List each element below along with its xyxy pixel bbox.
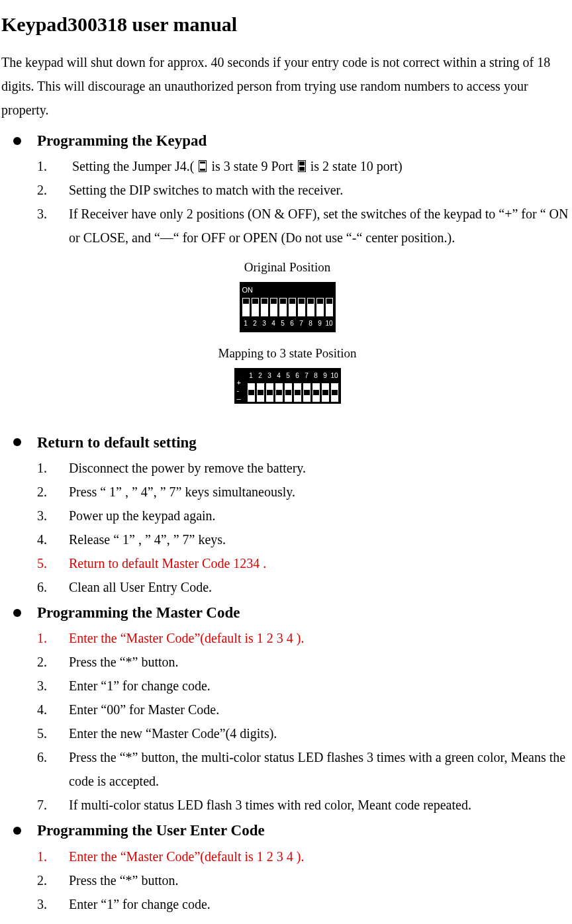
- dip-number: 7: [303, 370, 310, 382]
- dip-switch: [331, 383, 338, 402]
- intro-paragraph: The keypad will shut down for approx. 40…: [1, 50, 572, 122]
- bullet-icon: [13, 137, 21, 145]
- dip-number: 3: [266, 370, 273, 382]
- dip-number: 2: [252, 318, 259, 330]
- two-state-jumper-icon: [298, 160, 306, 172]
- list-item: Setting the Jumper J4.( is 3 state 9 Por…: [1, 154, 572, 178]
- dip-switch: [307, 298, 314, 316]
- dip-switch: [322, 383, 329, 402]
- dip-switch: [312, 383, 320, 402]
- section-master-code: Programming the Master Code Enter the “M…: [1, 599, 572, 817]
- bullet-icon: [13, 438, 21, 446]
- section-programming-keypad: Programming the Keypad Setting the Jumpe…: [1, 127, 572, 409]
- dip-number: 9: [316, 318, 324, 330]
- list-item: Press the “*” button.: [1, 650, 572, 674]
- dip-switch: [257, 383, 264, 402]
- dip-number: 7: [298, 318, 305, 330]
- dip-switch: [294, 383, 301, 402]
- numbered-list: Enter the “Master Code”(default is 1 2 3…: [1, 845, 572, 916]
- section-heading: Programming the Master Code: [37, 599, 240, 626]
- section-heading: Programming the Keypad: [37, 127, 207, 154]
- dip-switch-figure: Original Position ON 1 2: [1, 256, 572, 408]
- page-title: Keypad300318 user manual: [1, 7, 572, 42]
- dip-number: 3: [261, 318, 268, 330]
- dip-switch: [316, 298, 324, 316]
- dip-number: 6: [294, 370, 301, 382]
- list-item: Enter “00” for Master Code.: [1, 698, 572, 721]
- section-heading: Programming the User Enter Code: [37, 817, 265, 844]
- dip-number: 9: [322, 370, 329, 382]
- dip-switch: [270, 298, 277, 316]
- dip-switch: [285, 383, 292, 402]
- bullet-icon: [13, 609, 21, 617]
- list-item: Power up the keypad again.: [1, 504, 572, 528]
- list-item: Press the “*” button, the multi-color st…: [1, 745, 572, 793]
- bullet-icon: [13, 827, 21, 835]
- dip-number-row: 1 2 3 4 5 6 7 8 9 10: [242, 318, 333, 330]
- item-text-part: is 3 state 9 Port: [208, 159, 296, 173]
- dip-number: 8: [307, 318, 314, 330]
- figure-label-original: Original Position: [1, 256, 572, 279]
- dip-switch: [248, 383, 255, 402]
- item-text-part: is 2 state 10 port): [307, 159, 403, 173]
- dip-switch: [289, 298, 296, 316]
- numbered-list: Disconnect the power by remove the batte…: [1, 456, 572, 599]
- dip-switch: [275, 383, 283, 402]
- dip-switch: [252, 298, 259, 316]
- dip-number: 6: [289, 318, 296, 330]
- list-item: Enter the “Master Code”(default is 1 2 3…: [1, 626, 572, 650]
- dip-number: 2: [257, 370, 264, 382]
- dip-switch: [279, 298, 287, 316]
- dip-number: 5: [279, 318, 287, 330]
- dip-switch: [298, 298, 305, 316]
- dip-switch: [261, 298, 268, 316]
- dip-switch: [303, 383, 310, 402]
- list-item: Enter “1” for change code.: [1, 892, 572, 916]
- dip-three-state-position: + - – 1 2 3 4 5 6 7 8: [234, 368, 341, 404]
- list-item: Enter the new “Master Code”(4 digits).: [1, 721, 572, 745]
- list-item: Release “ 1” , ” 4”, ” 7” keys.: [1, 528, 572, 551]
- section-return-default: Return to default setting Disconnect the…: [1, 429, 572, 599]
- sections-list: Programming the Keypad Setting the Jumpe…: [1, 127, 572, 916]
- dip-number: 8: [312, 370, 320, 382]
- figure-label-mapping: Mapping to 3 state Position: [1, 342, 572, 365]
- list-item: Clean all User Entry Code.: [1, 575, 572, 599]
- list-item: If multi-color status LED flash 3 times …: [1, 793, 572, 817]
- side-mid: -: [237, 387, 241, 394]
- dip-switch: [242, 298, 250, 316]
- numbered-list: Setting the Jumper J4.( is 3 state 9 Por…: [1, 154, 572, 250]
- dip-number: 5: [285, 370, 292, 382]
- list-item: If Receiver have only 2 positions (ON & …: [1, 202, 572, 250]
- dip-number: 10: [331, 370, 338, 382]
- side-minus: –: [237, 394, 241, 402]
- list-item: Enter “1” for change code.: [1, 674, 572, 698]
- dip-switch: [326, 298, 333, 316]
- section-heading: Return to default setting: [37, 429, 197, 456]
- list-item: Press the “*” button.: [1, 868, 572, 892]
- dip-number-row-top: 1 2 3 4 5 6 7 8 9 10: [248, 370, 338, 382]
- dip-number: 4: [270, 318, 277, 330]
- list-item: Disconnect the power by remove the batte…: [1, 456, 572, 480]
- numbered-list: Enter the “Master Code”(default is 1 2 3…: [1, 626, 572, 817]
- dip-number: 10: [326, 318, 333, 330]
- dip-switch: [266, 383, 273, 402]
- dip-number: 1: [242, 318, 250, 330]
- dip-original-position: ON 1 2 3 4 5: [240, 282, 336, 333]
- item-text-part: Setting the Jumper J4.(: [72, 159, 197, 173]
- side-plus: +: [237, 379, 241, 387]
- three-state-jumper-icon: [199, 160, 207, 172]
- list-item: Setting the DIP switches to match with t…: [1, 178, 572, 202]
- list-item: Press “ 1” , ” 4”, ” 7” keys simultaneou…: [1, 480, 572, 504]
- list-item: Return to default Master Code 1234 .: [1, 551, 572, 575]
- on-label: ON: [242, 284, 333, 297]
- dip-number: 1: [248, 370, 255, 382]
- list-item: Enter the “Master Code”(default is 1 2 3…: [1, 845, 572, 868]
- section-user-enter-code: Programming the User Enter Code Enter th…: [1, 817, 572, 915]
- side-labels: + - –: [237, 379, 241, 402]
- dip-number: 4: [275, 370, 283, 382]
